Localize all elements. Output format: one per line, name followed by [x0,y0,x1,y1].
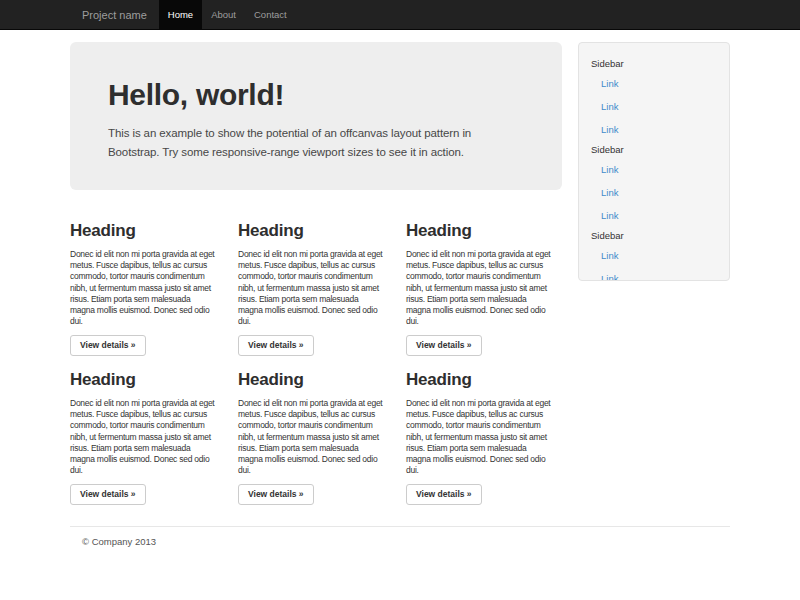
navbar-brand[interactable]: Project name [70,0,159,29]
sidebar-link[interactable]: Link [579,267,729,281]
view-details-button[interactable]: View details » [70,335,146,356]
sidebar: Sidebar Link Link Link Sidebar Link Link… [578,42,730,281]
cards-row-2: Heading Donec id elit non mi porta gravi… [70,358,562,505]
sidebar-link[interactable]: Link [579,181,729,204]
sidebar-group-2: Sidebar Link Link Link [579,141,729,227]
sidebar-group-3: Sidebar Link Link [579,227,729,281]
card-body: Donec id elit non mi porta gravida at eg… [238,398,394,477]
sidebar-link[interactable]: Link [579,204,729,227]
card-heading: Heading [70,370,226,390]
card-body: Donec id elit non mi porta gravida at eg… [406,249,562,328]
card-heading: Heading [406,221,562,241]
navbar-menu: Home About Contact [159,0,296,29]
sidebar-link[interactable]: Link [579,72,729,95]
copyright-text: © Company 2013 [70,527,730,547]
card-body: Donec id elit non mi porta gravida at eg… [238,249,394,328]
sidebar-link[interactable]: Link [579,158,729,181]
sidebar-group-heading: Sidebar [579,227,729,244]
card-5: Heading Donec id elit non mi porta gravi… [238,358,394,505]
jumbotron-description: This is an example to show the potential… [108,124,524,161]
main-content: Hello, world! This is an example to show… [70,42,562,505]
view-details-button[interactable]: View details » [238,484,314,505]
nav-item-contact[interactable]: Contact [245,0,296,29]
card-heading: Heading [238,221,394,241]
sidebar-link[interactable]: Link [579,95,729,118]
sidebar-group-heading: Sidebar [579,141,729,158]
card-body: Donec id elit non mi porta gravida at eg… [70,398,226,477]
jumbotron: Hello, world! This is an example to show… [70,42,562,190]
nav-item-home[interactable]: Home [159,0,202,29]
card-4: Heading Donec id elit non mi porta gravi… [70,358,226,505]
card-2: Heading Donec id elit non mi porta gravi… [238,209,394,356]
sidebar-link[interactable]: Link [579,244,729,267]
view-details-button[interactable]: View details » [406,335,482,356]
view-details-button[interactable]: View details » [238,335,314,356]
sidebar-group-heading: Sidebar [579,55,729,72]
main-row: Hello, world! This is an example to show… [70,30,730,505]
card-body: Donec id elit non mi porta gravida at eg… [406,398,562,477]
card-heading: Heading [70,221,226,241]
view-details-button[interactable]: View details » [406,484,482,505]
card-body: Donec id elit non mi porta gravida at eg… [70,249,226,328]
card-3: Heading Donec id elit non mi porta gravi… [406,209,562,356]
cards-row-1: Heading Donec id elit non mi porta gravi… [70,209,562,356]
sidebar-link[interactable]: Link [579,118,729,141]
page-title: Hello, world! [108,78,524,112]
view-details-button[interactable]: View details » [70,484,146,505]
sidebar-group-1: Sidebar Link Link Link [579,55,729,141]
card-1: Heading Donec id elit non mi porta gravi… [70,209,226,356]
footer: © Company 2013 [70,526,730,547]
nav-item-about[interactable]: About [202,0,245,29]
card-heading: Heading [238,370,394,390]
page-container: Hello, world! This is an example to show… [70,30,730,547]
card-heading: Heading [406,370,562,390]
navbar-container: Project name Home About Contact [70,0,730,29]
card-6: Heading Donec id elit non mi porta gravi… [406,358,562,505]
navbar: Project name Home About Contact [0,0,800,30]
